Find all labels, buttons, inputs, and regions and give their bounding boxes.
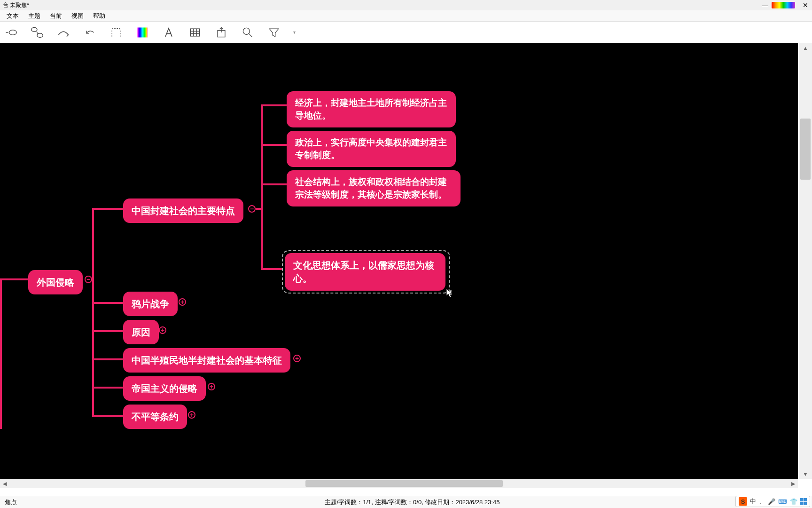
connector xyxy=(0,278,2,429)
svg-point-1 xyxy=(31,27,37,32)
svg-rect-3 xyxy=(138,27,148,37)
scroll-left-icon[interactable]: ◀ xyxy=(0,479,9,488)
connector xyxy=(92,387,123,389)
node-label: 政治上，实行高度中央集权的建封君主专制制度。 xyxy=(295,137,447,160)
node-leaf-4-selected[interactable]: 文化思想体系上，以儒家思想为核心。 xyxy=(282,250,450,294)
expand-toggle[interactable]: + xyxy=(208,383,215,390)
scroll-thumb[interactable] xyxy=(800,119,811,180)
scroll-right-icon[interactable]: ▶ xyxy=(789,479,798,488)
connector xyxy=(92,208,94,416)
table-icon[interactable] xyxy=(188,25,202,40)
menu-text[interactable]: 文本 xyxy=(2,10,23,22)
node-sibling-4[interactable]: 帝国主义的侵略 xyxy=(123,376,206,401)
window-title: 台 未聚焦* xyxy=(3,1,29,9)
status-info: 主题/字词数：1/1, 注释/字词数：0/0, 修改日期：2023/6/28 2… xyxy=(325,498,500,507)
menu-view[interactable]: 视图 xyxy=(67,10,88,22)
expand-toggle[interactable]: + xyxy=(159,326,166,334)
svg-point-6 xyxy=(243,28,250,34)
node-label: 社会结构上，族权和政权相结合的封建宗法等级制度，其核心是宗族家长制。 xyxy=(295,177,447,199)
overflow-icon[interactable]: ▾ xyxy=(293,30,296,35)
node-root[interactable]: 外国侵略 xyxy=(28,270,83,294)
connector xyxy=(256,208,261,210)
minimize-button[interactable]: — xyxy=(758,0,772,10)
ime-punct[interactable]: 、 xyxy=(759,497,765,506)
node-label: 经济上，封建地主土地所有制经济占主导地位。 xyxy=(295,98,447,120)
node-label: 中国封建社会的主要特点 xyxy=(132,206,235,216)
export-icon[interactable] xyxy=(214,25,228,40)
status-focus: 焦点 xyxy=(5,498,17,507)
menu-topic[interactable]: 主题 xyxy=(23,10,45,22)
search-icon[interactable] xyxy=(241,25,255,40)
node-label: 文化思想体系上，以儒家思想为核心。 xyxy=(293,260,434,284)
menu-bar: 文本 主题 当前 视图 帮助 xyxy=(0,10,812,22)
node-leaf-3[interactable]: 社会结构上，族权和政权相结合的封建宗法等级制度，其核心是宗族家长制。 xyxy=(287,170,461,206)
title-bar: 台 未聚焦* — ✕ xyxy=(0,0,812,10)
ime-lang[interactable]: 中 xyxy=(750,497,756,506)
node-label: 原因 xyxy=(132,327,150,337)
add-child-icon[interactable] xyxy=(30,25,44,40)
collapse-toggle[interactable]: − xyxy=(248,205,256,213)
node-label: 外国侵略 xyxy=(37,277,74,287)
connector xyxy=(261,144,287,146)
node-sibling-3[interactable]: 中国半殖民地半封建社会的基本特征 xyxy=(123,348,290,373)
connector xyxy=(92,208,123,210)
filter-icon[interactable] xyxy=(267,25,281,40)
undo-icon[interactable] xyxy=(83,25,97,40)
boundary-icon[interactable] xyxy=(109,25,123,40)
connector xyxy=(261,183,287,185)
menu-help[interactable]: 帮助 xyxy=(88,10,110,22)
toolbar: ▾ xyxy=(0,22,812,43)
scroll-up-icon[interactable]: ▲ xyxy=(799,43,812,53)
vertical-scrollbar[interactable]: ▲ ▼ xyxy=(799,43,812,479)
ime-logo-icon: S xyxy=(739,497,747,506)
add-sibling-icon[interactable] xyxy=(4,25,18,40)
close-button[interactable]: ✕ xyxy=(799,0,812,10)
ime-bar[interactable]: S 中 、 🎤 ⌨ 👕 xyxy=(735,496,810,507)
horizontal-scrollbar[interactable]: ◀ ▶ xyxy=(0,479,798,488)
expand-toggle[interactable]: + xyxy=(188,411,195,419)
node-branch-1[interactable]: 中国封建社会的主要特点 xyxy=(123,198,243,223)
connector xyxy=(0,278,28,280)
node-sibling-1[interactable]: 鸦片战争 xyxy=(123,292,178,316)
connector xyxy=(261,104,287,106)
node-label: 鸦片战争 xyxy=(132,299,169,309)
color-strip-icon xyxy=(772,2,795,8)
connector xyxy=(261,268,282,270)
menu-current[interactable]: 当前 xyxy=(45,10,67,22)
status-bar: 焦点 主题/字词数：1/1, 注释/字词数：0/0, 修改日期：2023/6/2… xyxy=(0,496,812,508)
color-icon[interactable] xyxy=(135,25,149,40)
svg-rect-4 xyxy=(190,29,199,36)
scroll-thumb[interactable] xyxy=(305,480,503,487)
node-label: 不平等条约 xyxy=(132,412,179,422)
svg-point-2 xyxy=(37,33,43,37)
node-sibling-2[interactable]: 原因 xyxy=(123,320,159,344)
connector xyxy=(92,302,123,304)
skin-icon[interactable]: 👕 xyxy=(790,498,797,505)
mindmap-canvas[interactable]: 外国侵略 − 中国封建社会的主要特点 − 经济上，封建地主土地所有制经济占主导地… xyxy=(0,43,798,479)
scroll-down-icon[interactable]: ▼ xyxy=(799,469,812,479)
connector xyxy=(261,104,263,269)
connector xyxy=(92,358,123,360)
node-sibling-5[interactable]: 不平等条约 xyxy=(123,405,187,429)
keyboard-icon[interactable]: ⌨ xyxy=(778,498,787,505)
collapse-toggle[interactable]: − xyxy=(85,276,92,283)
svg-point-0 xyxy=(9,30,17,35)
mouse-cursor-icon xyxy=(446,288,453,301)
mic-icon[interactable]: 🎤 xyxy=(768,498,775,505)
toolbox-icon[interactable] xyxy=(800,498,807,505)
node-leaf-2[interactable]: 政治上，实行高度中央集权的建封君主专制制度。 xyxy=(287,131,456,167)
expand-toggle[interactable]: + xyxy=(179,298,186,306)
node-leaf-1[interactable]: 经济上，封建地主土地所有制经济占主导地位。 xyxy=(287,91,456,127)
connector xyxy=(92,330,123,332)
node-label: 帝国主义的侵略 xyxy=(132,383,197,394)
font-icon[interactable] xyxy=(162,25,176,40)
node-label: 中国半殖民地半封建社会的基本特征 xyxy=(132,355,282,365)
relation-icon[interactable] xyxy=(56,25,70,40)
expand-toggle[interactable]: + xyxy=(293,355,301,362)
connector xyxy=(92,415,123,417)
